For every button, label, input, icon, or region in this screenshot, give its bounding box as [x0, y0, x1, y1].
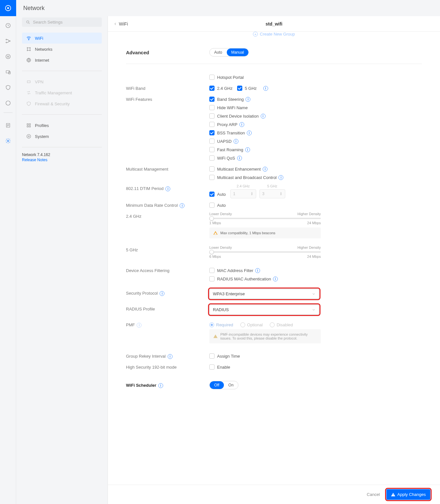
info-icon[interactable]: i	[246, 97, 250, 102]
chk-daf-1[interactable]: RADIUS MAC Authenticationi	[209, 275, 422, 283]
rail-clients-icon[interactable]	[0, 66, 16, 78]
toggle-opt-auto[interactable]: Auto	[210, 48, 227, 56]
chevron-down-icon	[312, 292, 316, 296]
info-icon[interactable]: i	[160, 291, 164, 296]
chk-minrate-auto[interactable]: Auto	[209, 201, 422, 209]
cancel-button[interactable]: Cancel	[367, 492, 380, 497]
rail-topology-icon[interactable]	[0, 35, 16, 47]
info-icon[interactable]: i	[261, 114, 266, 119]
toggle-opt-off[interactable]: Off	[210, 381, 224, 389]
rail-logs-icon[interactable]	[0, 119, 16, 131]
svg-point-12	[7, 140, 9, 142]
unifi-logo[interactable]	[0, 0, 16, 16]
chk-feature-7[interactable]: WiFi QoSi	[209, 154, 422, 162]
sidebar-item-system[interactable]: System	[22, 131, 102, 142]
slider-24ghz[interactable]	[209, 218, 321, 219]
svg-rect-21	[27, 124, 28, 125]
advanced-mode-toggle[interactable]: Auto Manual	[209, 48, 249, 57]
sidebar-item-wifi[interactable]: WiFi	[22, 33, 102, 44]
chk-label: Band Steering	[217, 97, 244, 102]
rail-settings-icon[interactable]	[0, 135, 16, 147]
search-input[interactable]: Search Settings	[22, 17, 102, 27]
info-icon[interactable]: i	[237, 156, 242, 161]
chk-assign-time[interactable]: Assign Time	[209, 352, 422, 360]
slider-lo: Lower Density	[209, 246, 232, 249]
info-icon[interactable]: i	[158, 383, 163, 388]
sidebar-item-profiles[interactable]: Profiles	[22, 120, 102, 131]
chk-label: BSS Transition	[217, 131, 245, 135]
scheduler-toggle[interactable]: Off On	[209, 381, 238, 389]
chk-feature-4[interactable]: BSS Transitioni	[209, 129, 422, 137]
chk-24ghz[interactable]: 2.4 GHz	[209, 84, 233, 92]
slider-hi: Higher Density	[298, 212, 321, 216]
chk-hotspot-portal[interactable]: Hotspot Portal	[209, 73, 422, 81]
version-text: Network 7.4.162	[22, 151, 102, 158]
info-icon[interactable]: i	[180, 203, 184, 208]
chk-label: Client Device Isolation	[217, 114, 259, 119]
chk-dtim-auto[interactable]: Auto	[209, 190, 226, 198]
chk-feature-1[interactable]: Hide WiFi Name	[209, 103, 422, 112]
info-icon[interactable]: i	[263, 167, 267, 172]
rail-dashboard-icon[interactable]	[0, 19, 16, 32]
info-icon[interactable]: i	[239, 122, 244, 127]
row-5ghz: 5 GHz	[126, 246, 209, 252]
toggle-opt-on[interactable]: On	[224, 381, 238, 389]
slider-max: 24 Mbps	[307, 221, 321, 225]
select-radius-profile[interactable]: RADIUS	[209, 305, 319, 315]
info-icon[interactable]: i	[273, 277, 278, 281]
back-button[interactable]: WiFi	[108, 21, 134, 26]
info-icon[interactable]: i	[137, 323, 141, 328]
chk-5ghz[interactable]: 5 GHz	[237, 84, 257, 92]
info-icon[interactable]: i	[165, 186, 170, 191]
sidebar-item-firewall: Firewall & Security	[22, 98, 102, 109]
info-icon[interactable]: i	[168, 354, 173, 359]
page-title: Network	[16, 0, 440, 16]
select-security-protocol[interactable]: WPA3 Enterprise	[209, 289, 319, 299]
apply-label: Apply Changes	[397, 492, 426, 497]
sidebar-item-label: Traffic Management	[35, 90, 72, 95]
chk-feature-2[interactable]: Client Device Isolationi	[209, 112, 422, 120]
warning-icon	[391, 492, 395, 497]
svg-point-10	[6, 101, 10, 105]
toggle-opt-manual[interactable]: Manual	[227, 48, 248, 56]
svg-point-7	[7, 56, 9, 58]
warning-icon	[213, 334, 218, 339]
chk-feature-3[interactable]: Proxy ARPi	[209, 120, 422, 129]
chk-feature-6[interactable]: Fast Roamingi	[209, 145, 422, 154]
create-group-link[interactable]: +Create New Group	[253, 32, 295, 37]
chk-multicast-0[interactable]: Multicast Enhancementi	[209, 165, 422, 173]
msg-pmf: PMF-incompatible devices may experience …	[209, 329, 321, 343]
rail-devices-icon[interactable]	[0, 50, 16, 63]
sidebar-item-internet[interactable]: Internet	[22, 55, 102, 66]
chk-daf-0[interactable]: MAC Address Filteri	[209, 266, 422, 275]
left-rail	[0, 0, 16, 504]
dtim-24-input: 1▲▼	[230, 189, 256, 198]
chk-enable-192[interactable]: Enable	[209, 363, 422, 371]
row-radius-profile: RADIUS Profile	[126, 305, 209, 311]
chk-feature-5[interactable]: UAPSDi	[209, 137, 422, 145]
chk-label: Hotspot Portal	[217, 75, 244, 80]
row-dtim: 802.11 DTIM Periodi	[126, 184, 209, 191]
sidebar-item-label: System	[35, 134, 49, 139]
chk-feature-0[interactable]: Band Steeringi	[209, 95, 422, 103]
info-icon[interactable]: i	[247, 131, 252, 135]
svg-point-18	[30, 50, 31, 51]
info-icon[interactable]: i	[234, 139, 238, 144]
info-icon[interactable]: i	[245, 147, 250, 152]
apply-changes-button[interactable]: Apply Changes	[386, 489, 430, 500]
chk-label: 5 GHz	[245, 86, 257, 91]
info-icon[interactable]: i	[263, 86, 268, 91]
release-notes-link[interactable]: Release Notes	[22, 158, 102, 162]
svg-point-3	[6, 39, 7, 40]
info-icon[interactable]: i	[278, 175, 283, 180]
rail-security-icon[interactable]	[0, 81, 16, 94]
sidebar-item-networks[interactable]: Networks	[22, 44, 102, 55]
chk-multicast-1[interactable]: Multicast and Broadcast Controli	[209, 173, 422, 182]
dtim-5-input: 3▲▼	[259, 189, 285, 198]
chk-label: Proxy ARP	[217, 122, 237, 127]
chk-label: Hide WiFi Name	[217, 105, 248, 110]
info-icon[interactable]: i	[255, 268, 260, 273]
chk-label: Assign Time	[217, 354, 240, 359]
rail-insights-icon[interactable]	[0, 97, 16, 109]
slider-5ghz[interactable]	[209, 251, 321, 253]
